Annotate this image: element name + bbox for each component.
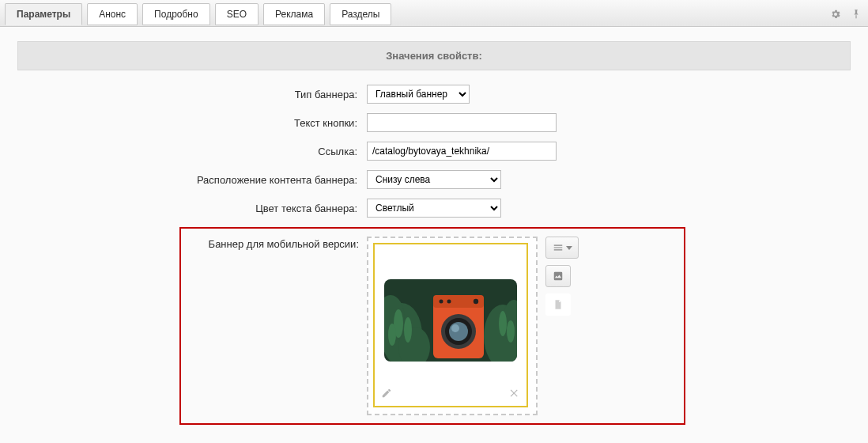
label-banner-type: Тип баннера: <box>17 89 365 100</box>
header-tools <box>828 7 863 21</box>
svg-point-14 <box>447 300 451 304</box>
input-button-text[interactable] <box>367 113 557 132</box>
pencil-icon[interactable] <box>381 388 392 401</box>
mobile-banner-uploader <box>367 237 579 415</box>
row-text-color: Цвет текста баннера: Светлый <box>17 199 851 218</box>
pin-icon[interactable] <box>849 7 863 21</box>
svg-point-10 <box>507 320 515 343</box>
svg-point-19 <box>451 324 459 332</box>
close-icon[interactable] <box>509 388 520 401</box>
section-heading: Значения свойств: <box>17 41 851 70</box>
image-icon[interactable] <box>545 265 571 287</box>
svg-point-13 <box>440 300 443 304</box>
select-text-color[interactable]: Светлый <box>367 199 501 218</box>
uploader-side-buttons <box>545 237 579 316</box>
file-icon <box>545 293 571 316</box>
svg-point-9 <box>499 311 507 336</box>
tab-parameters[interactable]: Параметры <box>5 3 82 25</box>
select-banner-type[interactable]: Главный баннер <box>367 85 470 104</box>
row-content-pos: Расположение контента баннера: Снизу сле… <box>17 170 851 189</box>
image-frame <box>373 243 528 407</box>
input-link[interactable] <box>367 142 557 161</box>
row-banner-type: Тип баннера: Главный баннер <box>17 85 851 104</box>
label-button-text: Текст кнопки: <box>17 117 365 129</box>
tab-sections[interactable]: Разделы <box>330 3 391 25</box>
label-text-color: Цвет текста баннера: <box>17 203 365 214</box>
svg-point-5 <box>404 317 412 343</box>
tabs-bar: Параметры Анонс Подробно SEO Реклама Раз… <box>0 0 868 27</box>
svg-point-18 <box>449 322 468 341</box>
row-mobile-banner: Баннер для мобильной версии: <box>179 227 685 425</box>
tab-ad[interactable]: Реклама <box>263 3 325 25</box>
image-thumbnail <box>384 279 517 362</box>
row-button-text: Текст кнопки: <box>17 113 851 132</box>
gear-icon[interactable] <box>828 7 843 21</box>
tab-detail[interactable]: Подробно <box>142 3 210 25</box>
image-dropzone[interactable] <box>367 237 538 415</box>
chevron-down-icon <box>566 246 572 250</box>
label-content-pos: Расположение контента баннера: <box>17 174 365 186</box>
row-link: Ссылка: <box>17 142 851 161</box>
menu-icon[interactable] <box>545 237 579 259</box>
svg-point-15 <box>474 299 478 304</box>
tab-announce[interactable]: Анонс <box>87 3 138 25</box>
tab-seo[interactable]: SEO <box>215 3 259 25</box>
label-link: Ссылка: <box>17 146 365 157</box>
label-mobile-banner: Баннер для мобильной версии: <box>181 237 367 250</box>
image-frame-footer <box>378 386 523 403</box>
select-content-pos[interactable]: Снизу слева <box>367 170 501 189</box>
svg-point-6 <box>388 324 396 346</box>
content-area: Значения свойств: Тип баннера: Главный б… <box>0 27 868 443</box>
